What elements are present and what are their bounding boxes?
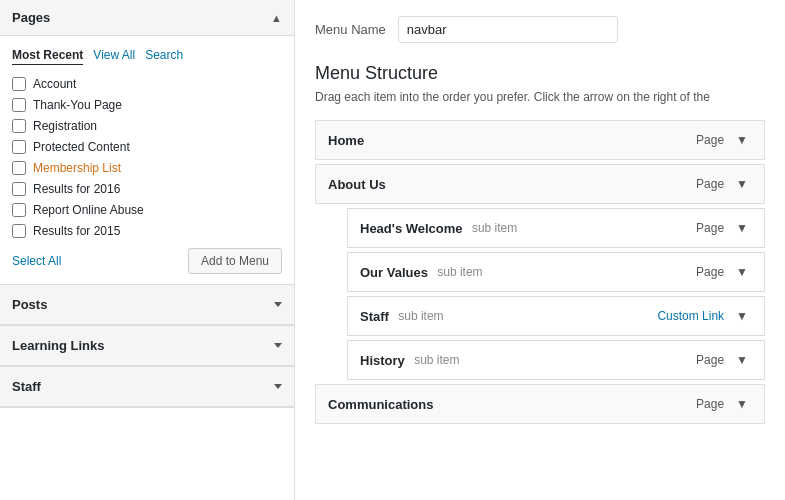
menu-item-communications[interactable]: Communications Page ▼ [315,384,765,424]
menu-item-about-us-right: Page ▼ [696,175,752,193]
page-label-reportabuse[interactable]: Report Online Abuse [33,203,144,217]
list-item: Registration [12,119,282,133]
page-checkbox-account[interactable] [12,77,26,91]
posts-section: Posts [0,285,294,326]
menu-item-staff-expand[interactable]: ▼ [732,307,752,325]
menu-item-staff-right: Custom Link ▼ [657,307,752,325]
menu-item-heads-welcome-right: Page ▼ [696,219,752,237]
menu-name-row: Menu Name [315,16,765,43]
menu-item-home-expand[interactable]: ▼ [732,131,752,149]
menu-item-our-values[interactable]: Our Values sub item Page ▼ [347,252,765,292]
tab-view-all[interactable]: View All [93,46,135,65]
list-item: Results for 2016 [12,182,282,196]
menu-item-home-right: Page ▼ [696,131,752,149]
list-item: Membership List [12,161,282,175]
pages-arrow-icon: ▲ [271,12,282,24]
pages-list: Account Thank-You Page Registration Prot… [12,77,282,238]
list-item: Account [12,77,282,91]
learning-links-header[interactable]: Learning Links [0,326,294,366]
page-label-protected[interactable]: Protected Content [33,140,130,154]
staff-section: Staff [0,367,294,408]
menu-item-our-values-type: Page [696,265,724,279]
menu-item-our-values-right: Page ▼ [696,263,752,281]
menu-name-label: Menu Name [315,22,386,37]
page-checkbox-results2016[interactable] [12,182,26,196]
menu-item-history-type: Page [696,353,724,367]
menu-item-heads-welcome-left: Head's Welcome sub item [360,221,517,236]
staff-chevron-icon [274,384,282,389]
learning-links-chevron-icon [274,343,282,348]
list-item: Protected Content [12,140,282,154]
menu-item-home-name: Home [328,133,364,148]
staff-title: Staff [12,379,41,394]
menu-item-history-subtext: sub item [411,353,460,367]
menu-item-about-us[interactable]: About Us Page ▼ [315,164,765,204]
menu-item-communications-left: Communications [328,397,433,412]
page-label-results2016[interactable]: Results for 2016 [33,182,120,196]
pages-footer: Select All Add to Menu [12,248,282,274]
tab-search[interactable]: Search [145,46,183,65]
right-panel: Menu Name Menu Structure Drag each item … [295,0,785,500]
page-checkbox-reportabuse[interactable] [12,203,26,217]
page-checkbox-thankyou[interactable] [12,98,26,112]
page-label-membership[interactable]: Membership List [33,161,121,175]
menu-item-communications-right: Page ▼ [696,395,752,413]
pages-section: Pages ▲ Most Recent View All Search Acco… [0,0,294,285]
menu-item-our-values-name: Our Values [360,265,428,280]
menu-item-heads-welcome[interactable]: Head's Welcome sub item Page ▼ [347,208,765,248]
menu-item-history-left: History sub item [360,353,459,368]
staff-header[interactable]: Staff [0,367,294,407]
list-item: Thank-You Page [12,98,282,112]
page-label-registration[interactable]: Registration [33,119,97,133]
page-label-thankyou[interactable]: Thank-You Page [33,98,122,112]
page-checkbox-membership[interactable] [12,161,26,175]
menu-item-staff-name: Staff [360,309,389,324]
menu-item-heads-welcome-expand[interactable]: ▼ [732,219,752,237]
posts-title: Posts [12,297,47,312]
menu-item-communications-name: Communications [328,397,433,412]
menu-item-history-expand[interactable]: ▼ [732,351,752,369]
menu-item-heads-welcome-name: Head's Welcome [360,221,463,236]
posts-chevron-icon [274,302,282,307]
menu-item-about-us-expand[interactable]: ▼ [732,175,752,193]
list-item: Results for 2015 [12,224,282,238]
posts-header[interactable]: Posts [0,285,294,325]
menu-name-input[interactable] [398,16,618,43]
menu-item-our-values-subtext: sub item [434,265,483,279]
menu-item-staff-type: Custom Link [657,309,724,323]
left-panel: Pages ▲ Most Recent View All Search Acco… [0,0,295,500]
menu-items-list: Home Page ▼ About Us Page ▼ Head's Welco… [315,120,765,424]
page-label-account[interactable]: Account [33,77,76,91]
pages-title: Pages [12,10,50,25]
select-all-link[interactable]: Select All [12,254,61,268]
learning-links-title: Learning Links [12,338,104,353]
menu-item-home[interactable]: Home Page ▼ [315,120,765,160]
page-label-results2015[interactable]: Results for 2015 [33,224,120,238]
tab-most-recent[interactable]: Most Recent [12,46,83,65]
learning-links-section: Learning Links [0,326,294,367]
page-checkbox-results2015[interactable] [12,224,26,238]
menu-item-history-right: Page ▼ [696,351,752,369]
menu-item-history[interactable]: History sub item Page ▼ [347,340,765,380]
menu-item-about-us-name: About Us [328,177,386,192]
menu-item-staff-left: Staff sub item [360,309,444,324]
menu-item-staff[interactable]: Staff sub item Custom Link ▼ [347,296,765,336]
menu-item-staff-subtext: sub item [395,309,444,323]
menu-item-about-us-left: About Us [328,177,386,192]
menu-item-our-values-expand[interactable]: ▼ [732,263,752,281]
list-item: Report Online Abuse [12,203,282,217]
menu-item-communications-expand[interactable]: ▼ [732,395,752,413]
pages-content: Most Recent View All Search Account Than… [0,36,294,284]
menu-item-home-left: Home [328,133,364,148]
menu-item-home-type: Page [696,133,724,147]
menu-structure-desc: Drag each item into the order you prefer… [315,90,765,104]
menu-item-history-name: History [360,353,405,368]
add-to-menu-button[interactable]: Add to Menu [188,248,282,274]
page-checkbox-registration[interactable] [12,119,26,133]
menu-item-heads-welcome-type: Page [696,221,724,235]
page-checkbox-protected[interactable] [12,140,26,154]
pages-panel-header[interactable]: Pages ▲ [0,0,294,36]
menu-item-communications-type: Page [696,397,724,411]
tab-bar: Most Recent View All Search [12,46,282,65]
menu-item-our-values-left: Our Values sub item [360,265,483,280]
